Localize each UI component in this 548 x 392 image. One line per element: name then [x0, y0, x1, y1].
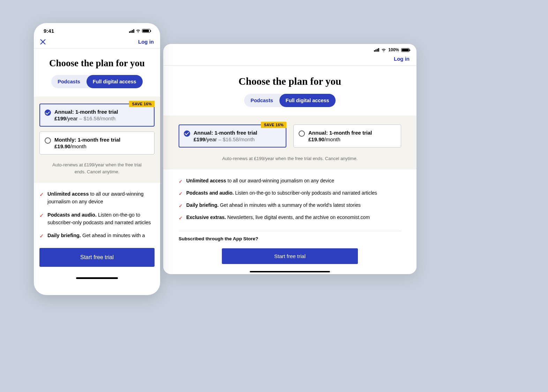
status-bar: 100%: [163, 44, 416, 54]
nav-bar: Log in: [34, 36, 160, 48]
feature-item: ✓ Unlimited access to all our award-winn…: [179, 177, 401, 185]
plan-toggle: Podcasts Full digital access: [51, 75, 142, 88]
features-list: ✓ Unlimited access to all our award-winn…: [163, 169, 416, 229]
feature-item: ✓ Daily briefing. Get ahead in minutes w…: [39, 232, 155, 240]
plans-section: SAVE 16% Annual: 1-month free trial £199…: [34, 97, 160, 183]
toggle-podcasts[interactable]: Podcasts: [51, 75, 86, 88]
check-icon: ✓: [179, 190, 183, 197]
page-title: Choose the plan for you: [39, 58, 155, 69]
cta-footer: Start free trial: [163, 241, 416, 269]
plans-section: SAVE 16% Annual: 1-month free trial £199…: [163, 115, 416, 170]
toggle-podcasts[interactable]: Podcasts: [244, 94, 279, 107]
plan-card-annual[interactable]: SAVE 16% Annual: 1-month free trial £199…: [39, 104, 155, 127]
feature-item: ✓ Podcasts and audio. Listen on-the-go t…: [39, 211, 155, 227]
plan-secondary-price: £19.90/month: [308, 136, 372, 142]
status-icons: [129, 29, 150, 33]
plan-card-monthly[interactable]: Monthly: 1-month free trial £19.90/month: [39, 131, 155, 154]
wifi-icon: [136, 29, 141, 33]
toggle-full-digital[interactable]: Full digital access: [87, 75, 143, 88]
save-badge: SAVE 16%: [129, 101, 155, 107]
feature-item: ✓ Podcasts and audio. Listen on-the-go t…: [179, 189, 401, 197]
features-list: ✓ Unlimited access to all our award-winn…: [34, 183, 160, 240]
plan-toggle: Podcasts Full digital access: [244, 94, 335, 107]
home-indicator: [76, 277, 118, 279]
appstore-question[interactable]: Subscribed through the App Store?: [163, 231, 416, 241]
check-icon: ✓: [39, 212, 44, 227]
plan-annual-price: £199/year – $16.58/month: [54, 115, 118, 121]
plan-annual-title: Annual: 1-month free trial: [194, 130, 257, 136]
status-bar: 9:41: [34, 23, 160, 36]
wifi-icon: [381, 48, 386, 52]
device-phone: 9:41 Log in Choose the plan for you Podc…: [34, 23, 160, 295]
feature-item: ✓ Daily briefing. Get ahead in minutes w…: [179, 202, 401, 210]
plan-annual-price: £199/year – $16.58/month: [194, 136, 257, 142]
cellular-signal-icon: [374, 48, 379, 52]
battery-percent: 100%: [388, 47, 399, 52]
save-badge: SAVE 16%: [261, 122, 286, 128]
check-icon: ✓: [179, 202, 183, 210]
check-icon: ✓: [39, 191, 44, 206]
feature-item: ✓ Exclusive extras. Newsletters, live di…: [179, 214, 401, 222]
battery-icon: [401, 48, 410, 52]
home-indicator: [250, 271, 330, 272]
plan-card-annual[interactable]: SAVE 16% Annual: 1-month free trial £199…: [179, 125, 286, 148]
renewal-note: Auto-renews at £199/year when the free t…: [39, 159, 155, 175]
check-icon: ✓: [39, 233, 44, 240]
renewal-note: Auto-renews at £199/year when the free t…: [179, 153, 401, 162]
radio-checked-icon: [45, 110, 51, 116]
plan-monthly-price: £19.90/month: [54, 143, 120, 149]
page-title: Choose the plan for you: [163, 75, 416, 88]
toggle-full-digital[interactable]: Full digital access: [279, 94, 336, 107]
cta-footer: Start free trial: [34, 246, 160, 274]
radio-checked-icon: [184, 130, 190, 137]
feature-item: ✓ Unlimited access to all our award-winn…: [39, 190, 155, 206]
nav-bar: Log in: [163, 54, 416, 66]
start-trial-button[interactable]: Start free trial: [39, 248, 155, 267]
device-tablet: 100% Log in Choose the plan for you Podc…: [163, 44, 416, 274]
close-icon[interactable]: [40, 39, 46, 45]
check-icon: ✓: [179, 214, 183, 222]
plan-card-secondary[interactable]: Annual: 1-month free trial £19.90/month: [293, 125, 401, 148]
radio-empty-icon: [45, 137, 51, 144]
battery-icon: [142, 29, 150, 33]
plan-monthly-title: Monthly: 1-month free trial: [54, 137, 120, 143]
start-trial-button[interactable]: Start free trial: [222, 248, 358, 264]
plan-secondary-title: Annual: 1-month free trial: [308, 130, 372, 136]
cellular-signal-icon: [129, 29, 134, 33]
plan-annual-title: Annual: 1-month free trial: [54, 109, 118, 115]
status-time: 9:41: [44, 28, 54, 34]
log-in-link[interactable]: Log in: [138, 39, 154, 45]
log-in-link[interactable]: Log in: [394, 56, 410, 62]
check-icon: ✓: [179, 178, 183, 185]
radio-empty-icon: [299, 130, 305, 137]
